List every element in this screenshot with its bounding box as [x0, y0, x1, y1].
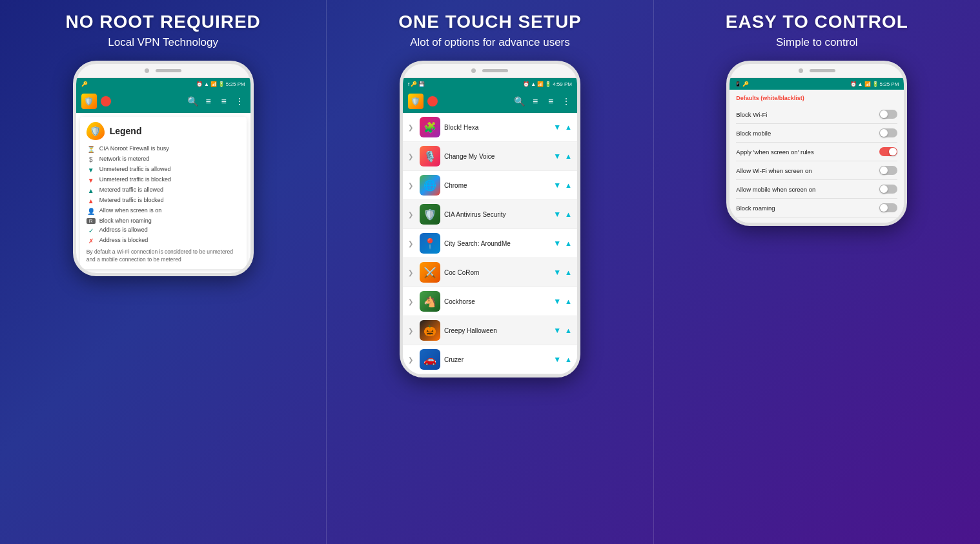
metered-blocked-icon: ▲ — [87, 197, 96, 205]
wifi-indicator-cia: ▼ — [553, 210, 561, 219]
legend-header: 🛡️ Legend — [87, 122, 240, 140]
filter-icon-2[interactable]: ≡ — [529, 96, 541, 106]
mobile-indicator-halloween: ▲ — [565, 327, 572, 334]
settings-label-block-wifi: Block Wi-Fi — [736, 111, 767, 118]
legend-text-1: Network is metered — [99, 156, 150, 162]
settings-item-screen-on-rules[interactable]: Apply 'when screen on' rules — [736, 143, 897, 161]
chevron-icon: ❯ — [408, 124, 416, 131]
app-name-city: City Search: AroundMe — [444, 240, 549, 247]
wifi-indicator-hexa: ▼ — [553, 123, 561, 132]
search-icon[interactable]: 🔍 — [187, 96, 199, 106]
alarm-icon: ⏰ — [196, 81, 203, 87]
settings-item-wifi-screen-on[interactable]: Allow Wi-Fi when screen on — [736, 161, 897, 180]
list-item[interactable]: ❯ 🧩 Block! Hexa ▼ ▲ — [403, 113, 577, 142]
panel3-subtitle: Simple to control — [776, 36, 858, 49]
legend-text-4: Metered traffic is allowed — [99, 186, 163, 193]
chevron-icon: ❯ — [408, 153, 416, 160]
wifi-indicator-voice: ▼ — [553, 152, 561, 161]
addr-allowed-icon: ✓ — [87, 227, 96, 234]
phone3-notch — [730, 64, 904, 78]
legend-item-9: ✗ Address is blocked — [87, 237, 240, 245]
wifi-icon-3: ▲ — [858, 81, 863, 87]
unmetered-blocked-icon: ▼ — [87, 177, 96, 184]
status-bar-2: f 🔑 💾 ⏰ ▲ 📶 🔋 4:59 PM — [403, 78, 577, 90]
app-icon-voice: 🎙️ — [420, 146, 440, 166]
sort-icon-2[interactable]: ≡ — [545, 96, 556, 106]
speaker-bar-2 — [482, 69, 508, 72]
toolbar-2: 🛡️ 🔍 ≡ ≡ ⋮ — [403, 90, 577, 113]
legend-text-0: CIA Noroot Firewall is busy — [99, 145, 169, 152]
list-item[interactable]: ❯ 🐴 Cockhorse ▼ ▲ — [403, 287, 577, 316]
toggle-block-wifi[interactable] — [879, 110, 897, 119]
legend-text-8: Address is allowed — [99, 227, 148, 233]
status-icons-3-left: 📱 🔑 — [735, 81, 749, 87]
app-name-cruzer: Cruzer — [444, 356, 549, 363]
wifi-status-icon: ▲ — [204, 81, 209, 87]
mobile-indicator-coc: ▲ — [565, 268, 572, 276]
status-icons-2-right: ⏰ ▲ 📶 🔋 4:59 PM — [523, 81, 572, 87]
sort-icon[interactable]: ≡ — [218, 96, 230, 106]
phone1: 🔑 ⏰ ▲ 📶 🔋 5:25 PM 🛡️ 🔍 ≡ ≡ ⋮ — [73, 61, 254, 276]
toggle-mobile-screen-on[interactable] — [879, 185, 897, 194]
status-bar-1: 🔑 ⏰ ▲ 📶 🔋 5:25 PM — [76, 78, 250, 90]
toggle-wifi-screen-on[interactable] — [879, 166, 897, 175]
settings-item-block-mobile[interactable]: Block mobile — [736, 124, 897, 143]
settings-item-block-wifi[interactable]: Block Wi-Fi — [736, 105, 897, 124]
phone3-screen: 📱 🔑 ⏰ ▲ 📶 🔋 5:25 PM Defaults (white/blac… — [730, 78, 904, 223]
app-name-chrome: Chrome — [444, 182, 549, 189]
chevron-icon: ❯ — [408, 356, 416, 363]
camera-dot-2 — [471, 68, 476, 73]
screen-on-icon: 👤 — [87, 208, 96, 215]
legend-text-7: Block when roaming — [99, 217, 152, 224]
mobile-indicator-hexa: ▲ — [565, 123, 572, 131]
settings-screen: Defaults (white/blacklist) Block Wi-Fi B… — [730, 90, 904, 223]
panel-easy-control: EASY TO CONTROL Simple to control 📱 🔑 ⏰ … — [654, 0, 980, 544]
mobile-indicator-city: ▲ — [565, 239, 572, 247]
more-icon[interactable]: ⋮ — [234, 96, 245, 106]
chevron-icon: ❯ — [408, 327, 416, 334]
phone2: f 🔑 💾 ⏰ ▲ 📶 🔋 4:59 PM 🛡️ 🔍 ≡ — [400, 61, 580, 378]
search-icon-2[interactable]: 🔍 — [514, 96, 526, 106]
list-item[interactable]: ❯ 🛡️ CIA Antivirus Security ▼ ▲ — [403, 200, 577, 229]
panel2-title: ONE TOUCH SETUP — [398, 12, 582, 32]
wifi-indicator-coc: ▼ — [553, 268, 561, 277]
app-name-cockhorse: Cockhorse — [444, 298, 549, 305]
signal-2: 📶 — [537, 81, 544, 87]
settings-section-title: Defaults (white/blacklist) — [736, 95, 897, 101]
wifi-indicator-cockhorse: ▼ — [553, 297, 561, 306]
app-logo-1: 🛡️ — [81, 94, 97, 109]
filter-icon[interactable]: ≡ — [203, 96, 214, 106]
wifi-indicator-chrome: ▼ — [553, 181, 561, 190]
settings-label-wifi-screen-on: Allow Wi-Fi when screen on — [736, 167, 812, 174]
settings-item-block-roaming[interactable]: Block roaming — [736, 199, 897, 217]
camera-dot — [145, 68, 149, 73]
legend-item-0: ⏳ CIA Noroot Firewall is busy — [87, 145, 240, 153]
panel1-subtitle: Local VPN Technology — [108, 36, 218, 49]
legend-text-5: Metered traffic is blocked — [99, 197, 164, 203]
alarm-icon-3: ⏰ — [850, 81, 857, 87]
legend-item-1: $ Network is metered — [87, 156, 240, 163]
toggle-screen-on-rules[interactable] — [879, 147, 897, 156]
list-item[interactable]: ❯ ⚔️ Coc CoRom ▼ ▲ — [403, 258, 577, 287]
toggle-block-roaming[interactable] — [879, 203, 897, 212]
wifi-indicator-halloween: ▼ — [553, 326, 561, 335]
list-item[interactable]: ❯ 🎃 Creepy Halloween ▼ ▲ — [403, 316, 577, 345]
more-icon-2[interactable]: ⋮ — [560, 96, 572, 106]
chevron-icon: ❯ — [408, 182, 416, 189]
toggle-block-mobile[interactable] — [879, 128, 897, 137]
list-item[interactable]: ❯ 🚗 Cruzer ▼ ▲ — [403, 345, 577, 374]
signal-bars-icon: 📶 — [210, 81, 217, 87]
legend-text-6: Allow when screen is on — [99, 207, 162, 214]
legend-item-4: ▲ Metered traffic is allowed — [87, 186, 240, 194]
app-logo-2: 🛡️ — [408, 94, 424, 109]
legend-text-2: Unmetered traffic is allowed — [99, 166, 171, 172]
status-time: 5:25 PM — [226, 81, 245, 87]
chevron-icon: ❯ — [408, 211, 416, 218]
app-name-hexa: Block! Hexa — [444, 124, 549, 131]
key-icon-3: 🔑 — [742, 81, 749, 87]
settings-item-mobile-screen-on[interactable]: Allow mobile when screen on — [736, 180, 897, 199]
mobile-indicator-voice: ▲ — [565, 152, 572, 160]
list-item[interactable]: ❯ 🎙️ Change My Voice ▼ ▲ — [403, 142, 577, 171]
list-item[interactable]: ❯ 📍 City Search: AroundMe ▼ ▲ — [403, 229, 577, 258]
list-item[interactable]: ❯ 🌐 Chrome ▼ ▲ — [403, 171, 577, 200]
